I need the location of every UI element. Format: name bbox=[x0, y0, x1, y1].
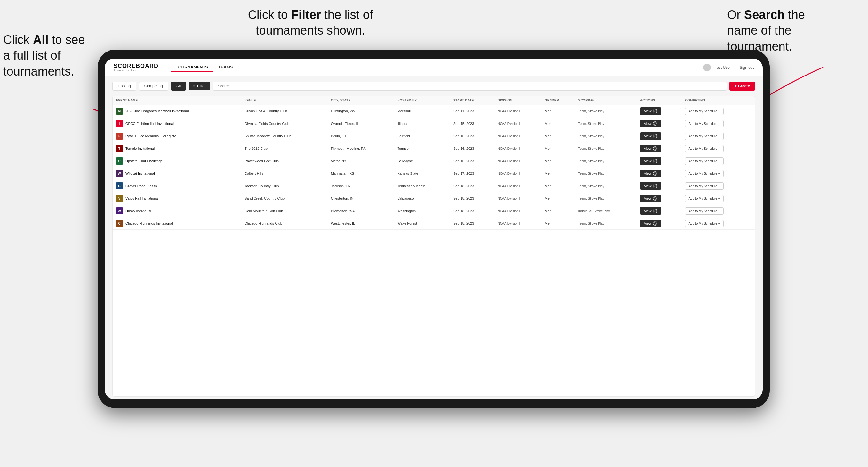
all-button[interactable]: All bbox=[171, 82, 186, 91]
team-logo-0: M bbox=[116, 107, 123, 115]
scoring-8: Individual, Stroke Play bbox=[575, 205, 637, 217]
event-name-3: Temple Invitational bbox=[125, 147, 155, 150]
event-name-7: Valpo Fall Invitational bbox=[125, 196, 159, 200]
view-button-3[interactable]: View ⓘ bbox=[640, 145, 661, 152]
scoring-7: Team, Stroke Play bbox=[575, 192, 637, 205]
actions-0: View ⓘ bbox=[637, 105, 682, 118]
competing-3: Add to My Schedule + bbox=[682, 143, 755, 155]
start-date-4: Sep 16, 2023 bbox=[450, 155, 495, 167]
team-logo-7: V bbox=[116, 195, 123, 202]
user-icon bbox=[703, 64, 711, 71]
event-name-cell-1: I OFCC Fighting Illini Invitational bbox=[113, 118, 241, 130]
hosting-button[interactable]: Hosting bbox=[112, 82, 136, 91]
division-7: NCAA Division I bbox=[495, 192, 541, 205]
start-date-3: Sep 16, 2023 bbox=[450, 143, 495, 155]
city-state-4: Victor, NY bbox=[328, 155, 394, 167]
event-name-cell-5: W Wildcat Invitational bbox=[113, 167, 241, 180]
nav-teams[interactable]: TEAMS bbox=[214, 63, 238, 72]
view-button-1[interactable]: View ⓘ bbox=[640, 120, 661, 127]
competing-button[interactable]: Competing bbox=[139, 82, 168, 91]
event-name-8: Husky Individual bbox=[125, 209, 151, 213]
team-logo-5: W bbox=[116, 170, 123, 177]
view-button-5[interactable]: View ⓘ bbox=[640, 169, 661, 177]
add-schedule-button-0[interactable]: Add to My Schedule + bbox=[685, 107, 723, 115]
event-name-1: OFCC Fighting Illini Invitational bbox=[125, 122, 174, 125]
table-row: W Husky Individual Gold Mountain Golf Cl… bbox=[113, 205, 755, 217]
table-row: C Chicago Highlands Invitational Chicago… bbox=[113, 217, 755, 230]
view-button-0[interactable]: View ⓘ bbox=[640, 107, 661, 115]
start-date-2: Sep 16, 2023 bbox=[450, 130, 495, 143]
info-icon-7: ⓘ bbox=[653, 196, 657, 201]
venue-5: Colbert Hills bbox=[241, 167, 328, 180]
annotation-search: Or Search thename of thetournament. bbox=[727, 7, 862, 54]
info-icon-6: ⓘ bbox=[653, 184, 657, 188]
venue-3: The 1912 Club bbox=[241, 143, 328, 155]
city-state-0: Huntington, WV bbox=[328, 105, 394, 118]
start-date-9: Sep 18, 2023 bbox=[450, 217, 495, 230]
city-state-1: Olympia Fields, IL bbox=[328, 118, 394, 130]
team-logo-1: I bbox=[116, 120, 123, 127]
event-name-5: Wildcat Invitational bbox=[125, 172, 155, 176]
col-hosted-by: HOSTED BY bbox=[394, 96, 450, 105]
col-competing: COMPETING bbox=[682, 96, 755, 105]
add-schedule-button-2[interactable]: Add to My Schedule + bbox=[685, 132, 723, 140]
venue-8: Gold Mountain Golf Club bbox=[241, 205, 328, 217]
team-logo-8: W bbox=[116, 208, 123, 214]
hosted-by-1: Illinois bbox=[394, 118, 450, 130]
add-schedule-button-9[interactable]: Add to My Schedule + bbox=[685, 220, 723, 227]
filter-label: Filter bbox=[197, 84, 206, 88]
hosted-by-7: Valparaiso bbox=[394, 192, 450, 205]
nav-tournaments[interactable]: TOURNAMENTS bbox=[171, 63, 213, 72]
table-row: G Grover Page Classic Jackson Country Cl… bbox=[113, 180, 755, 192]
filter-button[interactable]: ≡ Filter bbox=[188, 82, 210, 90]
gender-4: Men bbox=[541, 155, 575, 167]
competing-6: Add to My Schedule + bbox=[682, 180, 755, 192]
table-row: I OFCC Fighting Illini Invitational Olym… bbox=[113, 118, 755, 130]
division-4: NCAA Division I bbox=[495, 155, 541, 167]
view-button-7[interactable]: View ⓘ bbox=[640, 195, 661, 202]
competing-9: Add to My Schedule + bbox=[682, 217, 755, 230]
start-date-8: Sep 18, 2023 bbox=[450, 205, 495, 217]
gender-6: Men bbox=[541, 180, 575, 192]
gender-0: Men bbox=[541, 105, 575, 118]
add-schedule-button-5[interactable]: Add to My Schedule + bbox=[685, 170, 723, 177]
add-schedule-button-3[interactable]: Add to My Schedule + bbox=[685, 145, 723, 152]
scoring-0: Team, Stroke Play bbox=[575, 105, 637, 118]
logo-text: SCOREBOARD bbox=[114, 63, 158, 69]
division-3: NCAA Division I bbox=[495, 143, 541, 155]
scoring-9: Team, Stroke Play bbox=[575, 217, 637, 230]
tablet-screen: SCOREBOARD Powered by clippd TOURNAMENTS… bbox=[105, 59, 763, 399]
start-date-6: Sep 18, 2023 bbox=[450, 180, 495, 192]
create-button[interactable]: + Create bbox=[730, 82, 755, 91]
hosted-by-0: Marshall bbox=[394, 105, 450, 118]
col-venue: VENUE bbox=[241, 96, 328, 105]
info-icon-2: ⓘ bbox=[653, 134, 657, 138]
add-schedule-button-7[interactable]: Add to My Schedule + bbox=[685, 195, 723, 202]
add-schedule-button-6[interactable]: Add to My Schedule + bbox=[685, 182, 723, 190]
view-button-6[interactable]: View ⓘ bbox=[640, 182, 661, 190]
event-name-9: Chicago Highlands Invitational bbox=[125, 221, 173, 225]
hosted-by-3: Temple bbox=[394, 143, 450, 155]
col-scoring: SCORING bbox=[575, 96, 637, 105]
view-button-9[interactable]: View ⓘ bbox=[640, 220, 661, 227]
division-9: NCAA Division I bbox=[495, 217, 541, 230]
hosted-by-6: Tennessee-Martin bbox=[394, 180, 450, 192]
view-button-2[interactable]: View ⓘ bbox=[640, 132, 661, 140]
search-input[interactable] bbox=[213, 82, 727, 91]
logo-area: SCOREBOARD Powered by clippd bbox=[114, 63, 158, 72]
add-schedule-button-4[interactable]: Add to My Schedule + bbox=[685, 157, 723, 165]
signout-link[interactable]: Sign out bbox=[740, 65, 754, 70]
add-schedule-button-1[interactable]: Add to My Schedule + bbox=[685, 120, 723, 127]
view-button-8[interactable]: View ⓘ bbox=[640, 207, 661, 215]
view-button-4[interactable]: View ⓘ bbox=[640, 157, 661, 165]
add-schedule-button-8[interactable]: Add to My Schedule + bbox=[685, 208, 723, 215]
col-start-date: START DATE bbox=[450, 96, 495, 105]
info-icon-4: ⓘ bbox=[653, 159, 657, 163]
actions-4: View ⓘ bbox=[637, 155, 682, 167]
table-row: T Temple Invitational The 1912 Club Plym… bbox=[113, 143, 755, 155]
col-event-name: EVENT NAME bbox=[113, 96, 241, 105]
table-header-row: EVENT NAME VENUE CITY, STATE HOSTED BY S… bbox=[113, 96, 755, 105]
event-name-cell-3: T Temple Invitational bbox=[113, 143, 241, 155]
city-state-5: Manhattan, KS bbox=[328, 167, 394, 180]
table-row: F Ryan T. Lee Memorial Collegiate Shuttl… bbox=[113, 130, 755, 143]
